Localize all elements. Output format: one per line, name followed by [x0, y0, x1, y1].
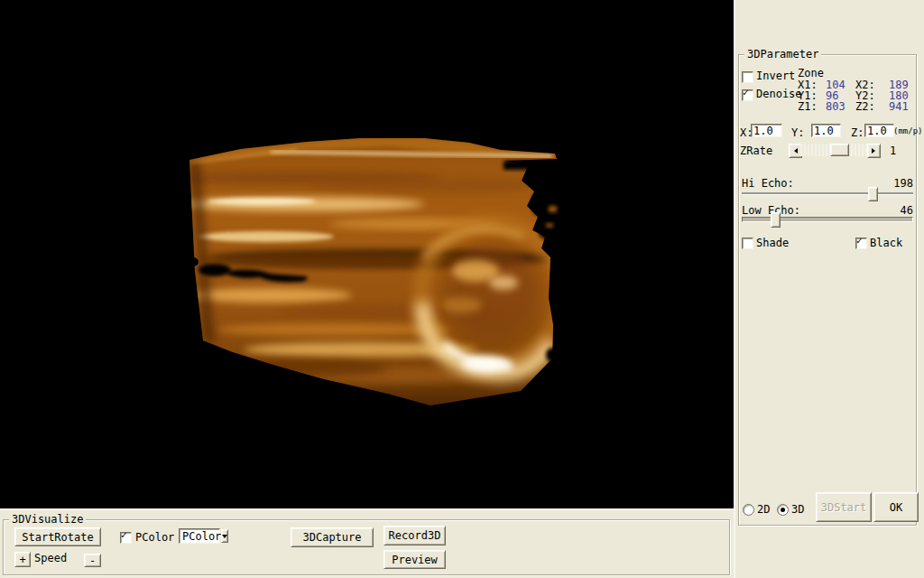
hi-echo-slider-track[interactable]: [742, 192, 913, 195]
start-rotate-button[interactable]: StartRotate: [14, 527, 101, 546]
shade-checkbox[interactable]: [742, 238, 753, 249]
mode-2d-radio[interactable]: [743, 504, 754, 516]
zone-z1-value: 803: [826, 101, 845, 112]
mode-3d-radio[interactable]: [777, 504, 789, 516]
mode-3d-label: 3D: [791, 504, 804, 515]
denoise-label: Denoise: [756, 89, 802, 99]
hi-echo-slider-thumb[interactable]: [868, 187, 878, 201]
zrate-scroll-right-button[interactable]: [867, 144, 881, 158]
zrate-value: 1: [890, 145, 896, 156]
record-3d-button[interactable]: Record3D: [383, 526, 446, 545]
invert-checkbox[interactable]: [742, 71, 753, 83]
zrate-scrollbar[interactable]: [789, 144, 879, 156]
pcolor-checkbox[interactable]: ✓: [120, 532, 132, 544]
parameter-panel: 3DParameter Invert ✓ Denoise Zone X1: 10…: [734, 0, 924, 578]
zrate-scroll-thumb[interactable]: [830, 144, 849, 156]
checkmark-icon: ✓: [743, 88, 749, 98]
pcolor-dropdown-value: PColor: [182, 531, 221, 542]
speed-label: Speed: [34, 553, 67, 564]
speed-minus-button[interactable]: -: [84, 554, 101, 567]
scale-z-input[interactable]: [864, 124, 894, 137]
shade-label: Shade: [756, 238, 789, 248]
zone-title: Zone: [798, 68, 824, 79]
app-window: 3DParameter Invert ✓ Denoise Zone X1: 10…: [0, 0, 924, 578]
scale-z-label: Z:: [851, 127, 864, 138]
checkmark-icon: ✓: [856, 236, 863, 246]
scale-y-label: Y:: [791, 127, 804, 138]
mode-2d-label: 2D: [757, 504, 770, 515]
black-checkbox[interactable]: ✓: [855, 238, 867, 249]
pcolor-dropdown[interactable]: PColor: [179, 528, 220, 544]
scroll-right-icon: [872, 148, 878, 154]
ok-button[interactable]: OK: [873, 492, 919, 522]
hi-echo-label: Hi Echo:: [742, 178, 794, 189]
scale-x-input[interactable]: [751, 124, 782, 137]
volume-3d-render[interactable]: [0, 0, 734, 508]
visualize-panel: 3DVisualize StartRotate ✓ PColor PColor …: [0, 508, 734, 578]
invert-label: Invert: [756, 70, 795, 81]
zone-z1-label: Z1:: [798, 101, 818, 112]
radio-selected-dot-icon: [781, 508, 785, 512]
low-echo-slider-thumb[interactable]: [771, 212, 781, 228]
scale-unit-label: (mm/p): [893, 126, 923, 136]
pcolor-checkbox-label: PColor: [135, 532, 174, 543]
zone-z2-value: 941: [889, 101, 909, 112]
checkmark-icon: ✓: [121, 530, 127, 540]
capture-3d-button[interactable]: 3DCapture: [291, 527, 374, 547]
start-3d-button[interactable]: 3DStart: [816, 492, 872, 522]
speed-plus-button[interactable]: +: [14, 552, 31, 567]
zone-z2-label: Z2:: [855, 101, 875, 112]
hi-echo-value: 198: [893, 178, 913, 189]
pcolor-dropdown-button[interactable]: [221, 529, 228, 543]
low-echo-slider-track[interactable]: [742, 217, 913, 222]
chevron-down-icon: [222, 535, 227, 541]
visualize-groupbox-title: 3DVisualize: [9, 514, 86, 525]
low-echo-value: 46: [901, 205, 913, 216]
scroll-left-icon: [791, 148, 798, 154]
denoise-checkbox[interactable]: ✓: [742, 89, 753, 101]
viewport-3d[interactable]: [0, 0, 734, 508]
black-label: Black: [870, 238, 902, 248]
scale-y-input[interactable]: [811, 124, 841, 137]
zrate-label: ZRate: [740, 145, 772, 156]
preview-button[interactable]: Preview: [383, 550, 446, 569]
parameter-groupbox-title: 3DParameter: [744, 49, 821, 60]
